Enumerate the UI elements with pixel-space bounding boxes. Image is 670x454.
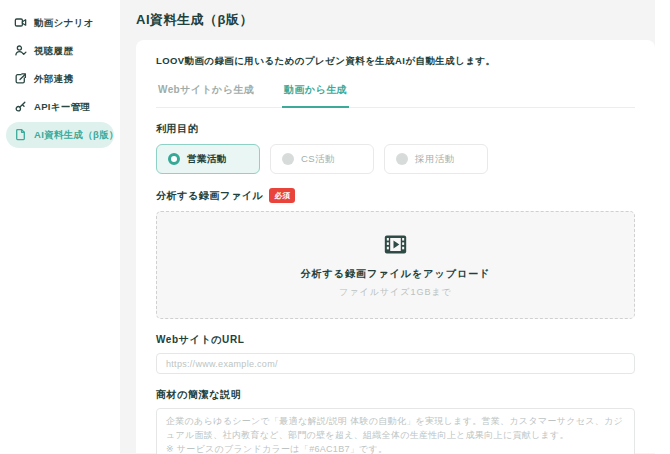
sidebar-item-view-history[interactable]: 視聴履歴 <box>6 38 114 64</box>
radio-unselected-icon <box>396 153 408 165</box>
radio-cs[interactable]: CS活動 <box>270 144 374 174</box>
main-area: AI資料生成（β版） LOOV動画の録画に用いるためのプレゼン資料を生成AIが自… <box>120 0 655 454</box>
document-icon <box>14 128 27 143</box>
intro-text: LOOV動画の録画に用いるためのプレゼン資料を生成AIが自動生成します。 <box>156 55 635 68</box>
upload-label: 分析する録画ファイル <box>156 189 263 203</box>
upload-hint-text: ファイルサイズ1GBまで <box>339 286 452 299</box>
website-url-input[interactable] <box>156 353 635 374</box>
radio-label: 営業活動 <box>187 153 227 166</box>
radio-selected-icon <box>168 153 180 165</box>
sidebar-item-label: 外部連携 <box>34 73 73 86</box>
sidebar-item-external-integration[interactable]: 外部連携 <box>6 66 114 92</box>
sidebar-item-label: 視聴履歴 <box>34 45 73 58</box>
required-badge: 必須 <box>269 188 295 203</box>
sidebar-item-api-key[interactable]: APIキー管理 <box>6 94 114 120</box>
external-link-icon <box>14 72 27 87</box>
radio-unselected-icon <box>282 153 294 165</box>
app-window: 動画シナリオ 視聴履歴 外部連携 APIキー管理 AI資料生成（β版） <box>0 0 670 454</box>
sidebar-item-label: AI資料生成（β版） <box>34 129 119 142</box>
page-title: AI資料生成（β版） <box>136 11 655 29</box>
product-description-textarea[interactable] <box>156 408 635 454</box>
sidebar-item-label: 動画シナリオ <box>34 17 94 30</box>
radio-label: CS活動 <box>301 153 335 166</box>
key-icon <box>14 100 27 115</box>
radio-recruiting[interactable]: 採用活動 <box>384 144 488 174</box>
film-video-icon <box>382 231 409 262</box>
content-card: LOOV動画の録画に用いるためのプレゼン資料を生成AIが自動生成します。 Web… <box>136 40 655 453</box>
tab-bar: Webサイトから生成 動画から生成 <box>156 83 635 108</box>
scrollbar-track[interactable] <box>655 0 670 454</box>
description-label: 商材の簡潔な説明 <box>156 388 635 402</box>
tab-generate-from-video[interactable]: 動画から生成 <box>282 83 349 108</box>
radio-sales[interactable]: 営業活動 <box>156 144 260 174</box>
viewer-person-icon <box>14 44 27 59</box>
tab-generate-from-website[interactable]: Webサイトから生成 <box>156 83 256 107</box>
sidebar-item-label: APIキー管理 <box>34 101 90 114</box>
url-label: WebサイトのURL <box>156 333 635 347</box>
video-camera-icon <box>14 16 27 31</box>
purpose-radio-group: 営業活動 CS活動 採用活動 <box>156 144 635 174</box>
purpose-label: 利用目的 <box>156 122 635 136</box>
sidebar-item-video-scenario[interactable]: 動画シナリオ <box>6 10 114 36</box>
upload-label-row: 分析する録画ファイル 必須 <box>156 188 635 203</box>
video-upload-dropzone[interactable]: 分析する録画ファイルをアップロード ファイルサイズ1GBまで <box>156 211 635 319</box>
sidebar-item-ai-material[interactable]: AI資料生成（β版） <box>6 122 114 148</box>
upload-cta-text: 分析する録画ファイルをアップロード <box>301 267 491 281</box>
radio-label: 採用活動 <box>415 153 455 166</box>
sidebar: 動画シナリオ 視聴履歴 外部連携 APIキー管理 AI資料生成（β版） <box>0 0 120 454</box>
